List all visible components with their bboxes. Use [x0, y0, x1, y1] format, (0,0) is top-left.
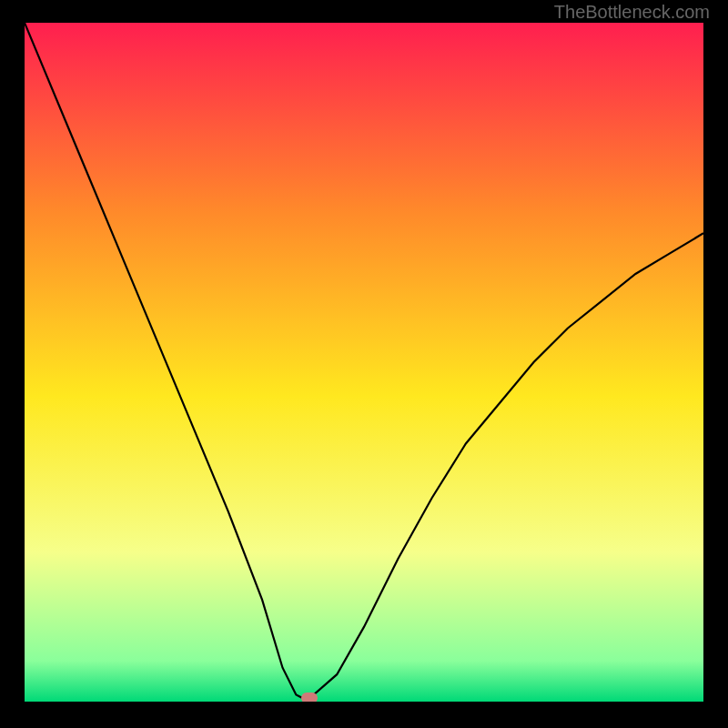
optimal-point-marker — [301, 693, 318, 702]
plot-frame — [25, 23, 703, 702]
bottleneck-curve — [25, 23, 703, 702]
plot-area — [25, 23, 703, 702]
watermark-text: TheBottleneck.com — [554, 2, 710, 23]
